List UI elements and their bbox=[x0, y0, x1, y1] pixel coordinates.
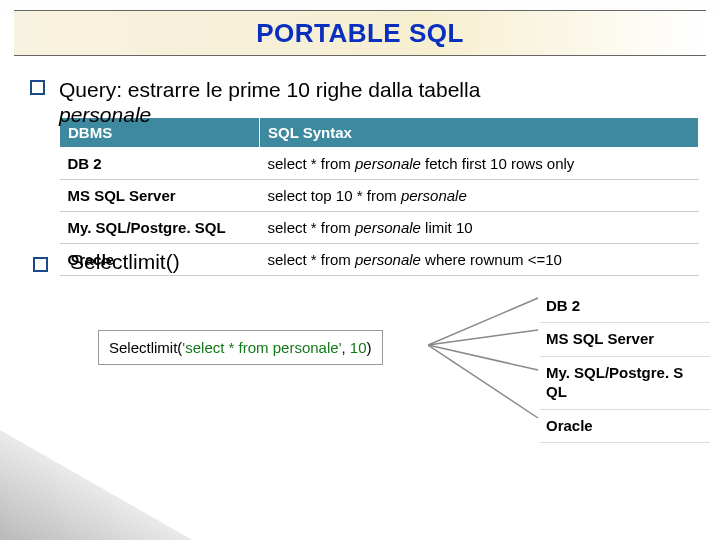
table-header-row: DBMS SQL Syntax bbox=[60, 117, 699, 147]
cell-syntax: select top 10 * from personale bbox=[260, 179, 699, 211]
svg-line-2 bbox=[428, 345, 538, 370]
call-fn: Selectlimit( bbox=[109, 339, 182, 356]
title-bar: PORTABLE SQL bbox=[14, 10, 706, 56]
cell-dbms: DB 2 bbox=[60, 147, 260, 179]
cell-dbms: MS SQL Server bbox=[60, 179, 260, 211]
call-close: ) bbox=[367, 339, 372, 356]
table-row: DB 2 select * from personale fetch first… bbox=[60, 147, 699, 179]
table-row: My. SQL/Postgre. SQL select * from perso… bbox=[60, 211, 699, 243]
selectlimit-label: Selectlimit() bbox=[70, 250, 180, 274]
bullet-query: Query: estrarre le prime 10 righe dalla … bbox=[30, 74, 690, 106]
query-text: Query: estrarre le prime 10 righe dalla … bbox=[59, 74, 679, 106]
col-syntax: SQL Syntax bbox=[260, 117, 699, 147]
call-arg-sql: 'select * from personale' bbox=[182, 339, 341, 356]
target-db-item: Oracle bbox=[540, 410, 710, 444]
target-db-list: DB 2 MS SQL Server My. SQL/Postgre. S QL… bbox=[540, 290, 710, 444]
slide-title: PORTABLE SQL bbox=[256, 18, 464, 49]
svg-line-3 bbox=[428, 345, 538, 418]
target-db-item: My. SQL/Postgre. S QL bbox=[540, 357, 710, 410]
call-sep: , bbox=[342, 339, 350, 356]
bullet-square-icon bbox=[30, 80, 45, 95]
content-area: Query: estrarre le prime 10 righe dalla … bbox=[0, 56, 720, 452]
table-row: MS SQL Server select top 10 * from perso… bbox=[60, 179, 699, 211]
lower-diagram: Selectlimit('select * from personale', 1… bbox=[30, 292, 690, 452]
target-db-item: MS SQL Server bbox=[540, 323, 710, 357]
slide: PORTABLE SQL Query: estrarre le prime 10… bbox=[0, 10, 720, 540]
call-arg-n: 10 bbox=[350, 339, 367, 356]
selectlimit-call-box: Selectlimit('select * from personale', 1… bbox=[98, 330, 383, 365]
target-db-item: DB 2 bbox=[540, 290, 710, 324]
cell-syntax: select * from personale fetch first 10 r… bbox=[260, 147, 699, 179]
bullet-square-icon bbox=[33, 257, 48, 272]
fanout-lines-icon bbox=[428, 290, 548, 440]
cell-dbms: My. SQL/Postgre. SQL bbox=[60, 211, 260, 243]
cell-syntax: select * from personale limit 10 bbox=[260, 211, 699, 243]
